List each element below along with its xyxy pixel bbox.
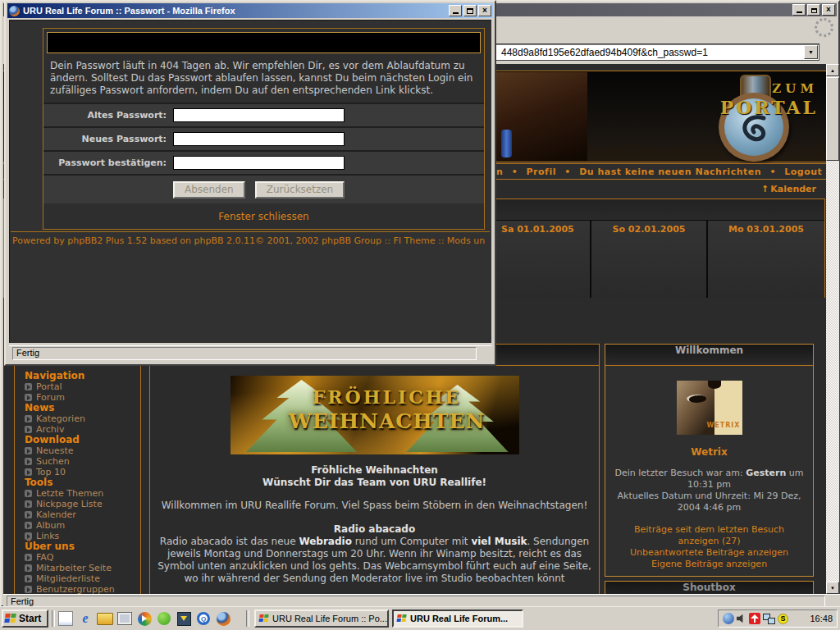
radio-abacado-title: Radio abacado	[150, 523, 599, 535]
form-buttons-row: Absenden Zurücksetzen	[43, 174, 484, 203]
sidebar-section-news: News	[25, 403, 140, 413]
new-password-input[interactable]	[173, 132, 345, 146]
media-player-icon[interactable]	[136, 610, 153, 627]
kalender-label: Kalender	[770, 184, 816, 194]
taskbar-divider	[246, 610, 249, 627]
sidebar-section-download: Download	[25, 435, 140, 445]
header-photo	[495, 72, 587, 161]
taskbar-button-popup[interactable]: URU Real Life Forum :: Po...	[254, 609, 389, 628]
link-new-posts[interactable]: Beiträge seit dem letzten Besuch anzeige…	[614, 524, 805, 547]
calendar-day-cell[interactable]: Mo 03.01.2005	[708, 221, 824, 298]
bullet-separator: •	[512, 167, 518, 177]
close-button[interactable]: ×	[478, 5, 491, 16]
nav-link-profil[interactable]: Profil	[527, 167, 556, 177]
quicktime-tray-icon[interactable]	[723, 613, 734, 624]
network-icon[interactable]	[763, 614, 775, 624]
shoutbox-title: Shoutbox	[605, 582, 813, 594]
link-own-posts[interactable]: Eigene Beiträge anzeigen	[614, 559, 805, 570]
arrow-bullet-icon	[25, 383, 32, 390]
arrow-bullet-icon	[25, 458, 32, 465]
form-header-box	[47, 32, 481, 53]
portal-label: PORTAL	[720, 97, 818, 118]
confirm-password-input[interactable]	[173, 156, 345, 170]
calendar-day-cell[interactable]: So 02.01.2005	[591, 221, 706, 298]
sidebar-item-faq[interactable]: FAQ	[25, 552, 140, 563]
antivirus-status-icon[interactable]: S	[778, 614, 788, 624]
avatar: WETRIX	[677, 381, 742, 435]
start-button[interactable]: Start	[2, 609, 48, 628]
vertical-scrollbar[interactable]: ▲ ▼	[826, 64, 839, 594]
bullet-separator: •	[564, 167, 571, 177]
arrow-bullet-icon	[25, 554, 32, 561]
reset-button[interactable]: Zurücksetzen	[255, 181, 345, 199]
username-link[interactable]: Wetrix	[605, 446, 813, 458]
minimize-button[interactable]	[792, 4, 806, 16]
sidebar-item-letzte-themen[interactable]: Letzte Themen	[25, 488, 140, 499]
internet-explorer-icon[interactable]: e	[77, 610, 94, 627]
scrollbar-thumb[interactable]	[826, 77, 839, 161]
system-tray: S 16:48	[718, 609, 838, 628]
zum-portal-link[interactable]: ZUM PORTAL	[720, 81, 818, 118]
shoutbox-panel: Shoutbox	[605, 581, 814, 594]
link-unanswered-posts[interactable]: Unbeantwortete Beiträge anzeigen	[614, 547, 805, 559]
fenster-schliessen-link[interactable]: Fenster schliessen	[218, 211, 308, 222]
old-password-input[interactable]	[173, 108, 345, 122]
avatar-eye	[687, 395, 706, 403]
sidebar-item-suchen[interactable]: Suchen	[25, 456, 140, 467]
arrow-down-icon: ▼	[830, 586, 835, 591]
sidebar-item-kategorien[interactable]: Kategorien	[25, 413, 140, 424]
file-explorer-icon[interactable]	[97, 610, 113, 627]
nav-link-logout[interactable]: Logout [ Wetrix ]	[784, 167, 826, 177]
firefox-icon	[396, 614, 407, 623]
last-visit-info: Dein letzter Besuch war am: Gestern um 1…	[614, 468, 805, 514]
sidebar-item-mitgliederliste[interactable]: Mitgliederliste	[25, 573, 140, 584]
avira-antivirus-icon[interactable]	[749, 613, 760, 624]
chevron-down-icon: ▼	[808, 49, 814, 55]
messenger-icon[interactable]	[156, 610, 172, 627]
volume-icon[interactable]	[737, 614, 746, 623]
form-row-confirm-password: Passwort bestätigen:	[43, 150, 484, 174]
arrow-bullet-icon	[25, 511, 32, 518]
sidebar-menu: Navigation Portal Forum News Kategorien …	[14, 344, 141, 594]
sidebar-item-neueste[interactable]: Neueste	[25, 445, 140, 456]
scroll-down-button[interactable]: ▼	[826, 582, 839, 594]
task-button-label: URU Real Life Forum...	[410, 614, 508, 623]
close-icon: ×	[826, 6, 831, 14]
sidebar-item-kalender[interactable]: Kalender	[25, 509, 140, 520]
windows-logo-icon	[4, 614, 17, 623]
popup-titlebar[interactable]: URU Real Life Forum :: Passwort - Mozill…	[7, 3, 493, 18]
taskbar: Start e Q URU Real Life Forum :: Po... U…	[0, 606, 840, 630]
url-dropdown-button[interactable]: ▼	[804, 45, 818, 59]
minimize-button[interactable]	[449, 5, 462, 16]
submit-button[interactable]: Absenden	[173, 181, 245, 199]
restore-button[interactable]	[807, 4, 820, 16]
sidebar-item-benutzergruppen[interactable]: Benutzergruppen	[25, 584, 140, 594]
restore-icon	[811, 8, 817, 13]
close-button[interactable]: ×	[822, 4, 835, 16]
arrow-up-icon: ▲	[830, 68, 835, 73]
throbber-icon	[815, 18, 833, 37]
image-viewer-icon[interactable]	[116, 610, 133, 627]
scroll-up-button[interactable]: ▲	[826, 64, 839, 76]
greeting-line2: Wünscht Dir das Team von URU Reallife!	[150, 477, 599, 489]
sidebar-item-album[interactable]: Album	[25, 520, 140, 531]
sidebar-item-nickpage-liste[interactable]: Nickpage Liste	[25, 499, 140, 509]
calendar-day-label: Sa 01.01.2005	[501, 224, 574, 235]
sidebar-item-mitarbeiter-seite[interactable]: Mitarbeiter Seite	[25, 563, 140, 573]
avatar-hair	[708, 381, 721, 389]
nav-link-nachrichten[interactable]: Du hast keine neuen Nachrichten	[579, 167, 761, 177]
arrow-bullet-icon	[25, 532, 32, 540]
download-manager-icon[interactable]	[176, 610, 192, 627]
quicktime-icon[interactable]: Q	[195, 610, 212, 627]
password-popup-window: URU Real Life Forum :: Passwort - Mozill…	[4, 0, 496, 366]
arrow-bullet-icon	[25, 490, 32, 497]
arrow-bullet-icon	[25, 522, 32, 529]
footer-divider	[11, 231, 490, 232]
taskbar-button-main-active[interactable]: URU Real Life Forum...	[392, 609, 523, 628]
kalender-link[interactable]: ↑Kalender	[761, 184, 816, 194]
sidebar-item-portal[interactable]: Portal	[25, 381, 140, 392]
banner-line1: FRÖHLICHE	[255, 386, 519, 408]
editor-icon[interactable]	[57, 610, 74, 627]
firefox-icon[interactable]	[215, 610, 231, 627]
maximize-button[interactable]	[463, 5, 477, 16]
